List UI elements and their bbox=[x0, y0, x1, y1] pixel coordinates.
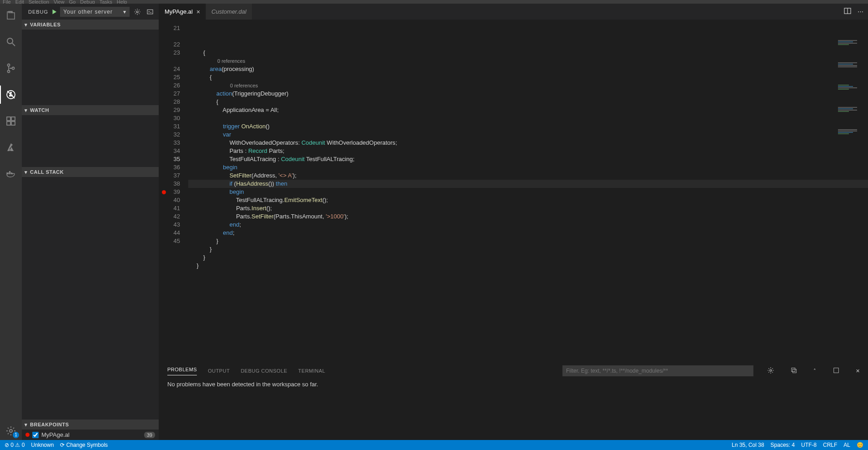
tab-label: MyPAge.al bbox=[165, 8, 193, 15]
svg-rect-19 bbox=[792, 368, 795, 372]
svg-point-0 bbox=[7, 38, 13, 44]
activity-bar: 1 bbox=[0, 4, 22, 440]
svg-rect-9 bbox=[11, 121, 15, 125]
svg-rect-6 bbox=[7, 117, 10, 121]
tab-customer[interactable]: Customer.dal bbox=[206, 4, 252, 20]
activity-scm[interactable] bbox=[0, 59, 22, 77]
menu-help[interactable]: Help bbox=[117, 0, 127, 4]
svg-rect-16 bbox=[147, 10, 153, 14]
breakpoint-checkbox[interactable] bbox=[32, 432, 39, 438]
svg-point-14 bbox=[10, 430, 12, 432]
debug-sidebar: DEBUG Your other server ▾ ▾VARIABLES ▾WA… bbox=[22, 4, 159, 440]
section-breakpoints[interactable]: ▾BREAKPOINTS bbox=[22, 420, 159, 430]
section-callstack[interactable]: ▾CALL STACK bbox=[22, 167, 159, 177]
filter-settings-icon[interactable] bbox=[767, 367, 774, 375]
variables-body bbox=[22, 30, 159, 105]
svg-rect-20 bbox=[793, 369, 796, 373]
tab-bar: MyPAge.al × Customer.dal ⋯ bbox=[159, 4, 868, 20]
menu-debug[interactable]: Debug bbox=[80, 0, 95, 4]
status-eol[interactable]: CRLF bbox=[823, 442, 837, 448]
more-icon[interactable]: ⋯ bbox=[858, 8, 863, 15]
status-feedback-icon[interactable]: 😊 bbox=[857, 442, 863, 448]
settings-badge: 1 bbox=[13, 432, 19, 438]
menu-bar[interactable]: File Edit Selection View Go Debug Tasks … bbox=[0, 0, 868, 4]
editor-group: MyPAge.al × Customer.dal ⋯ 21 2223 24252… bbox=[159, 4, 868, 440]
breakpoint-file: MyPAge.al bbox=[41, 431, 70, 438]
svg-point-3 bbox=[12, 67, 15, 70]
section-watch[interactable]: ▾WATCH bbox=[22, 105, 159, 115]
svg-rect-21 bbox=[833, 368, 838, 373]
debug-config-label: Your other server bbox=[63, 9, 113, 15]
sidebar-title: DEBUG bbox=[28, 9, 48, 15]
breakpoint-dot-icon bbox=[25, 433, 30, 437]
status-position[interactable]: Ln 35, Col 38 bbox=[732, 442, 764, 448]
svg-point-18 bbox=[770, 369, 772, 371]
status-language[interactable]: AL bbox=[843, 442, 850, 448]
activity-explorer[interactable] bbox=[0, 6, 22, 25]
svg-point-1 bbox=[8, 64, 10, 66]
svg-point-2 bbox=[8, 71, 10, 73]
close-panel-icon[interactable]: ✕ bbox=[856, 368, 860, 374]
svg-rect-8 bbox=[7, 121, 10, 125]
menu-view[interactable]: View bbox=[54, 0, 65, 4]
collapse-all-icon[interactable] bbox=[791, 367, 797, 374]
start-debug-button[interactable] bbox=[51, 9, 57, 15]
tab-mypage[interactable]: MyPAge.al × bbox=[159, 4, 206, 20]
svg-rect-7 bbox=[11, 117, 15, 121]
panel-tab-problems[interactable]: PROBLEMS bbox=[167, 367, 197, 375]
maximize-panel-icon[interactable] bbox=[833, 367, 839, 374]
debug-config-dropdown[interactable]: Your other server ▾ bbox=[60, 7, 130, 17]
debug-console-icon[interactable] bbox=[145, 7, 155, 17]
menu-file[interactable]: File bbox=[3, 0, 11, 4]
panel-tab-debugconsole[interactable]: DEBUG CONSOLE bbox=[241, 368, 287, 374]
close-icon[interactable]: × bbox=[196, 8, 200, 15]
status-unknown[interactable]: Unknown bbox=[31, 442, 54, 448]
section-variables[interactable]: ▾VARIABLES bbox=[22, 20, 159, 30]
activity-search[interactable] bbox=[0, 33, 22, 51]
chevron-down-icon: ▾ bbox=[123, 9, 126, 15]
breakpoint-row[interactable]: MyPAge.al 39 bbox=[25, 431, 155, 438]
menu-tasks[interactable]: Tasks bbox=[100, 0, 112, 4]
watch-body bbox=[22, 115, 159, 167]
breakpoint-line: 39 bbox=[144, 432, 155, 438]
menu-go[interactable]: Go bbox=[69, 0, 76, 4]
status-indent[interactable]: Spaces: 4 bbox=[771, 442, 795, 448]
split-editor-icon[interactable] bbox=[844, 7, 851, 16]
panel: PROBLEMS OUTPUT DEBUG CONSOLE TERMINAL ˄… bbox=[159, 364, 868, 440]
status-symbols[interactable]: ⟳ Change Symbols bbox=[60, 442, 108, 448]
status-bar: ⊘ 0 ⚠ 0 Unknown ⟳ Change Symbols Ln 35, … bbox=[0, 440, 868, 450]
activity-docker[interactable] bbox=[0, 165, 22, 183]
status-errors[interactable]: ⊘ 0 ⚠ 0 bbox=[5, 442, 25, 448]
tab-label: Customer.dal bbox=[211, 8, 246, 15]
activity-extensions[interactable] bbox=[0, 112, 22, 130]
chevron-up-icon[interactable]: ˄ bbox=[813, 368, 817, 374]
breakpoints-body: MyPAge.al 39 bbox=[22, 430, 159, 440]
problems-message: No problems have been detected in the wo… bbox=[159, 378, 868, 440]
code-editor[interactable]: 21 2223 24252627282930313233343536373839… bbox=[159, 20, 868, 364]
svg-point-15 bbox=[136, 11, 138, 13]
gear-icon[interactable] bbox=[132, 7, 142, 17]
activity-debug[interactable] bbox=[0, 86, 22, 104]
activity-settings[interactable]: 1 bbox=[0, 422, 22, 440]
problems-filter-input[interactable] bbox=[562, 365, 753, 376]
menu-edit[interactable]: Edit bbox=[15, 0, 24, 4]
panel-tab-output[interactable]: OUTPUT bbox=[208, 368, 230, 374]
svg-rect-13 bbox=[9, 171, 10, 172]
menu-selection[interactable]: Selection bbox=[29, 0, 49, 4]
status-encoding[interactable]: UTF-8 bbox=[801, 442, 817, 448]
panel-tab-terminal[interactable]: TERMINAL bbox=[298, 368, 326, 374]
callstack-body bbox=[22, 177, 159, 420]
activity-azure[interactable] bbox=[0, 138, 22, 157]
